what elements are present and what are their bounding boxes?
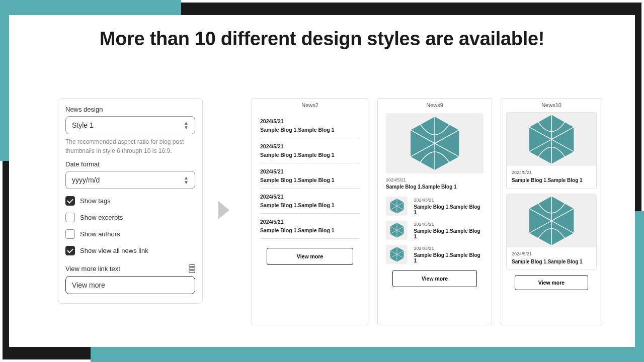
checkbox-checked-icon[interactable] bbox=[65, 246, 75, 255]
checkbox-checked-icon[interactable] bbox=[65, 196, 75, 206]
list-item[interactable]: 2024/5/21Sample Blog 1.Sample Blog 1 bbox=[260, 113, 360, 138]
preview-title: News10 bbox=[501, 99, 602, 110]
content-canvas: More than 10 different design styles are… bbox=[9, 15, 635, 347]
list-item[interactable]: 2024/5/21Sample Blog 1.Sample Blog 1 bbox=[260, 163, 360, 189]
preview-title: News2 bbox=[252, 99, 368, 110]
view-more-input[interactable]: View more bbox=[65, 276, 195, 294]
view-more-button[interactable]: View more bbox=[515, 275, 588, 290]
date-format-label: Date format bbox=[65, 160, 195, 168]
thumbnail-placeholder bbox=[386, 245, 408, 264]
preview-news2: News2 2024/5/21Sample Blog 1.Sample Blog… bbox=[252, 98, 368, 325]
view-more-button[interactable]: View more bbox=[392, 270, 477, 287]
list-item[interactable]: 2024/5/21Sample Blog 1.Sample Blog 1 bbox=[386, 245, 484, 264]
view-more-link-label: View more link text bbox=[65, 265, 120, 273]
thumbnail-placeholder bbox=[507, 113, 596, 166]
news-design-select[interactable]: Style 1 ▲▼ bbox=[65, 116, 195, 134]
preview-title: News9 bbox=[378, 99, 492, 110]
chevron-updown-icon: ▲▼ bbox=[184, 121, 189, 130]
date-format-value: yyyy/m/d bbox=[72, 176, 100, 184]
thumbnail-placeholder bbox=[386, 197, 408, 216]
news-design-value: Style 1 bbox=[72, 121, 94, 129]
show-view-all-label: Show view all news link bbox=[80, 247, 148, 254]
thumbnail-placeholder bbox=[386, 113, 484, 173]
show-authors-label: Show authors bbox=[80, 230, 120, 238]
preview-news10: News10 2024/5/21Sample Blog 1.Sample Blo… bbox=[501, 98, 602, 325]
date-format-select[interactable]: yyyy/m/d ▲▼ bbox=[65, 171, 195, 189]
show-excerpts-row[interactable]: Show excerpts bbox=[65, 213, 195, 222]
show-tags-row[interactable]: Show tags bbox=[65, 196, 195, 206]
checkbox-unchecked-icon[interactable] bbox=[65, 229, 75, 239]
list-item[interactable]: 2024/5/21Sample Blog 1.Sample Blog 1 bbox=[260, 214, 360, 239]
page-title: More than 10 different design styles are… bbox=[9, 28, 635, 50]
show-excerpts-label: Show excerpts bbox=[80, 214, 123, 221]
list-item[interactable]: 2024/5/21Sample Blog 1.Sample Blog 1 bbox=[260, 138, 360, 163]
settings-panel: News design Style 1 ▲▼ The recommended a… bbox=[58, 98, 203, 304]
show-view-all-row[interactable]: Show view all news link bbox=[65, 246, 195, 255]
list-item[interactable]: 2024/5/21Sample Blog 1.Sample Blog 1 bbox=[386, 221, 484, 240]
checkbox-unchecked-icon[interactable] bbox=[65, 213, 75, 222]
show-authors-row[interactable]: Show authors bbox=[65, 229, 195, 239]
page-root: More than 10 different design styles are… bbox=[0, 0, 644, 362]
arrow-right-icon bbox=[218, 201, 229, 219]
thumbnail-placeholder bbox=[507, 194, 596, 247]
view-more-value: View more bbox=[72, 281, 105, 289]
list-item[interactable]: 2024/5/21Sample Blog 1.Sample Blog 1 bbox=[386, 197, 484, 216]
chevron-updown-icon: ▲▼ bbox=[184, 175, 189, 185]
show-tags-label: Show tags bbox=[80, 197, 111, 205]
view-more-button[interactable]: View more bbox=[267, 248, 353, 265]
news-design-help: The recommended aspect ratio for blog po… bbox=[65, 137, 195, 155]
card-item[interactable]: 2024/5/21Sample Blog 1.Sample Blog 1 bbox=[506, 194, 597, 270]
preview-news9: News9 2024/5/21 Sample Blog 1.Sample Blo… bbox=[377, 98, 492, 325]
news-design-label: News design bbox=[65, 106, 195, 113]
card-item[interactable]: 2024/5/21Sample Blog 1.Sample Blog 1 bbox=[506, 112, 597, 189]
list-item[interactable]: 2024/5/21Sample Blog 1.Sample Blog 1 bbox=[260, 189, 360, 214]
database-icon[interactable] bbox=[189, 264, 195, 273]
thumbnail-placeholder bbox=[386, 221, 408, 240]
